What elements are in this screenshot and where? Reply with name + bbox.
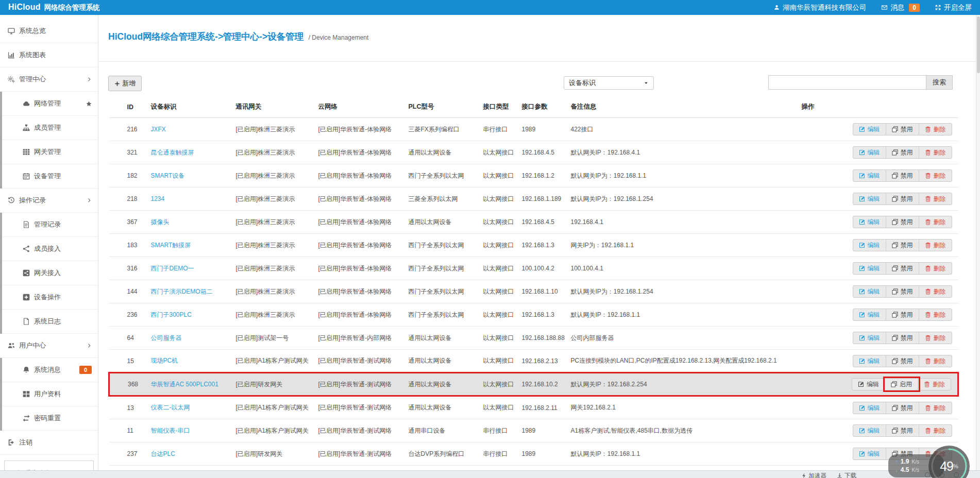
company-menu[interactable]: 湖南华辰智通科技有限公司 [774,3,866,12]
delete-button[interactable]: 删除 [919,216,952,228]
disable-button[interactable]: 禁用 [886,216,919,228]
edit-button[interactable]: 编辑 [853,309,886,320]
edit-button[interactable]: 编辑 [852,379,885,390]
edit-button[interactable]: 编辑 [853,332,886,344]
edit-button[interactable]: 编辑 [853,170,886,181]
browser-bottom-items: 加速器 下载 [801,472,857,478]
disable-button[interactable]: 禁用 [886,309,919,320]
sidebar-item-device-operations[interactable]: 设备操作 [2,285,98,310]
device-link[interactable]: 智能仪表-串口 [151,427,190,434]
device-link[interactable]: 公司服务器 [151,334,182,342]
chevron-right-icon [87,198,92,203]
sidebar-item-member-access[interactable]: 成员接入 [2,237,98,261]
trash-icon [925,428,931,434]
device-link[interactable]: JXFX [151,126,166,133]
disable-button[interactable]: 禁用 [886,332,919,344]
edit-button[interactable]: 编辑 [853,286,886,297]
search-input[interactable] [768,75,926,90]
delete-button[interactable]: 删除 [919,263,952,274]
messages-menu[interactable]: 消息 0 [882,3,920,12]
edit-button[interactable]: 编辑 [853,147,886,158]
delete-button[interactable]: 删除 [919,286,952,297]
device-link[interactable]: 仪表二-以太网 [151,404,190,411]
delete-button[interactable]: 删除 [919,240,952,251]
delete-button[interactable]: 删除 [919,147,952,158]
device-link[interactable]: 西门子DEMO一 [151,265,194,272]
edit-button[interactable]: 编辑 [853,193,886,204]
sidebar-item-admin-records[interactable]: 管理记录 [2,213,98,237]
sidebar-item-gateway-mgmt[interactable]: 网关管理 [2,140,98,164]
accelerator-item[interactable]: 加速器 [801,472,827,478]
delete-button[interactable]: 删除 [919,193,952,204]
pencil-icon [859,126,865,132]
device-link[interactable]: 西门子300PLC [151,311,192,318]
sidebar-item-logout[interactable]: 注销 [0,431,98,455]
device-link[interactable]: 西门子演示DEMO箱二 [151,288,213,295]
device-link[interactable]: SMART触摸屏 [151,242,191,249]
device-link[interactable]: 1234 [151,195,165,202]
sidebar-item-member-mgmt[interactable]: 成员管理 [2,116,98,140]
disable-button[interactable]: 禁用 [886,355,919,367]
disable-button[interactable]: 禁用 [886,263,919,274]
scrollbar-thumb[interactable] [977,16,980,73]
column-header: 通讯网关 [231,98,313,118]
edit-button[interactable]: 编辑 [853,263,886,274]
disable-button[interactable]: 禁用 [886,124,919,135]
download-item[interactable]: 下载 [837,472,856,478]
sidebar-item-management-center[interactable]: 管理中心 [0,67,98,92]
delete-button[interactable]: 删除 [919,402,952,414]
cell-device-name: 台达PLC [146,442,231,466]
sidebar-item-system-charts[interactable]: 系统图表 [0,43,98,67]
device-link[interactable]: 摄像头 [151,218,170,226]
disable-button[interactable]: 禁用 [886,425,919,436]
edit-button[interactable]: 编辑 [853,355,886,367]
search-button[interactable]: 搜索 [926,75,953,90]
device-link[interactable]: 昆仑通泰触摸屏 [151,149,194,156]
device-link[interactable]: 华辰智通AC 500PLC001 [151,381,218,388]
sidebar-item-network-mgmt[interactable]: 网络管理 [2,92,98,116]
delete-button[interactable]: 删除 [919,170,952,181]
sidebar-item-operation-log[interactable]: 操作记录 [0,189,98,213]
edit-button[interactable]: 编辑 [853,402,886,414]
table-row: 15现场PC机[已启用]A1栋客户测试网关[已启用]华辰智通-测试网络通用以太网… [109,350,958,373]
delete-button[interactable]: 删除 [919,332,952,344]
disable-button[interactable]: 禁用 [886,286,919,297]
fullscreen-button[interactable]: 开启全屏 [935,3,972,12]
disable-button[interactable]: 禁用 [886,170,919,181]
sidebar-item-user-profile[interactable]: 用户资料 [2,382,98,406]
memory-usage-widget[interactable]: 49 % [928,446,970,478]
device-link[interactable]: 现场PC机 [151,357,178,364]
edit-button[interactable]: 编辑 [853,425,886,436]
enable-button[interactable]: 启用 [885,379,918,390]
edit-button[interactable]: 编辑 [853,124,886,135]
filter-select[interactable]: 设备标识 [564,76,654,90]
disable-button[interactable]: 禁用 [886,147,919,158]
sidebar-item-system-overview[interactable]: 系统总览 [0,19,98,43]
edit-button[interactable]: 编辑 [853,448,886,459]
device-link[interactable]: SMART设备 [151,172,185,179]
add-device-button[interactable]: 新增 [108,76,142,91]
sidebar-item-system-messages[interactable]: 系统消息0 [2,358,98,382]
cell-actions: 编辑启用删除 [797,373,958,396]
cell-gateway: [已启用]株洲三菱演示 [231,234,313,257]
disable-button[interactable]: 禁用 [886,193,919,204]
device-link[interactable]: 台达PLC [151,450,175,457]
cell-device-name: 公司服务器 [146,327,231,350]
disable-button[interactable]: 禁用 [886,240,919,251]
sidebar-item-device-mgmt[interactable]: 设备管理 [2,164,98,189]
sidebar-item-password-reset[interactable]: 密码重置 [2,406,98,431]
cell-plc-model: 通用以太网设备 [403,350,478,373]
disable-button[interactable]: 禁用 [886,402,919,414]
cell-cloud-network: [已启用]华辰智通-体验网络 [313,118,403,141]
delete-button[interactable]: 删除 [919,355,952,367]
edit-button[interactable]: 编辑 [853,216,886,228]
delete-button[interactable]: 删除 [919,124,952,135]
sidebar-item-user-center[interactable]: 用户中心 [0,334,98,358]
delete-button[interactable]: 删除 [919,425,952,436]
delete-button[interactable]: 删除 [919,309,952,320]
sidebar-item-gateway-access[interactable]: 网关接入 [2,261,98,285]
sidebar-item-system-logs[interactable]: 系统日志 [2,310,98,334]
edit-button[interactable]: 编辑 [853,240,886,251]
scrollbar[interactable] [976,15,980,470]
delete-button[interactable]: 删除 [918,379,951,390]
